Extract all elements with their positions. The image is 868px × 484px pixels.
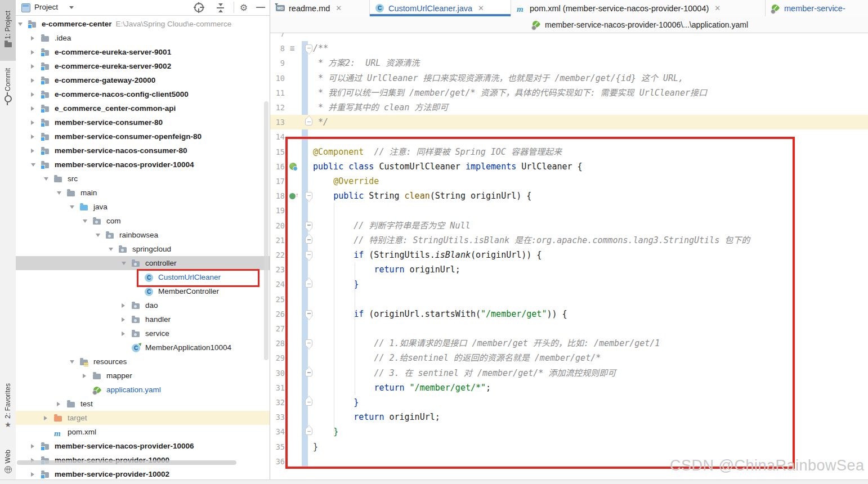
code-line-24: 24 }: [270, 277, 868, 292]
collapse-all-icon[interactable]: [216, 3, 226, 13]
tree-row-e-commerce-center[interactable]: e-commerce-center E:\Java\Spring Cloud\e…: [16, 17, 270, 31]
tool-window-button-web[interactable]: Web: [0, 443, 16, 482]
fold-marker-icon[interactable]: [305, 236, 312, 244]
hide-panel-icon[interactable]: —: [256, 3, 266, 13]
tree-vertical-scrollbar[interactable]: [264, 101, 269, 360]
settings-gear-icon[interactable]: ⚙: [239, 3, 249, 13]
tree-row-src[interactable]: src: [16, 172, 270, 186]
tab-label: CustomUrlCleaner.java: [388, 4, 472, 13]
tool-window-button-commit[interactable]: Commit: [0, 63, 16, 111]
chevron-down-icon[interactable]: [69, 6, 74, 9]
chevron-down-icon[interactable]: [70, 360, 74, 364]
tree-row-main[interactable]: main: [16, 186, 270, 200]
tree-row-springcloud[interactable]: springcloud: [16, 242, 270, 256]
tree-horizontal-scrollbar[interactable]: [17, 460, 236, 465]
chevron-right-icon[interactable]: [122, 331, 125, 336]
chevron-down-icon[interactable]: [83, 219, 87, 223]
chevron-right-icon[interactable]: [31, 472, 34, 477]
tree-row-member-service-consumer-80[interactable]: member-service-consumer-80: [16, 115, 270, 129]
tree-row-memberapplication10004[interactable]: CMemberApplication10004: [16, 340, 270, 355]
tab-application-yaml[interactable]: member-service-nacos-provider-10006\...\…: [532, 16, 748, 33]
chevron-right-icon[interactable]: [31, 78, 34, 83]
package-icon: [132, 330, 141, 338]
fold-marker-icon[interactable]: [305, 398, 312, 406]
tree-row-rainbowsea[interactable]: rainbowsea: [16, 228, 270, 242]
editor-tab-bar-row2: member-service-nacos-provider-10006\...\…: [270, 16, 868, 33]
tree-row-java[interactable]: java: [16, 200, 270, 214]
tree-row-e-commerce-center-common-api[interactable]: e_commerce_center-common-api: [16, 101, 270, 115]
tree-row-dao[interactable]: dao: [16, 298, 270, 312]
spring-bean-icon[interactable]: [289, 163, 298, 171]
tab-member-service[interactable]: member-service-: [766, 0, 868, 16]
chevron-down-icon[interactable]: [31, 163, 35, 167]
chevron-down-icon[interactable]: [18, 23, 23, 26]
chevron-right-icon[interactable]: [57, 402, 60, 406]
fold-marker-icon[interactable]: [305, 251, 312, 258]
fold-marker-icon[interactable]: [305, 44, 312, 52]
chevron-right-icon[interactable]: [83, 374, 86, 378]
tree-row-e-commerce-gateway-20000[interactable]: e-commerce-gateway-20000: [16, 73, 270, 87]
tree-row-application-yaml[interactable]: application.yaml: [16, 383, 270, 397]
fold-marker-icon[interactable]: [305, 118, 312, 126]
tree-row-customurlcleaner[interactable]: CCustomUrlCleaner: [16, 270, 270, 284]
chevron-right-icon[interactable]: [44, 416, 47, 420]
chevron-down-icon[interactable]: [44, 177, 48, 181]
chevron-right-icon[interactable]: [122, 317, 125, 322]
locate-icon[interactable]: [194, 3, 204, 12]
tab-readme-md[interactable]: MDreadme.md✕: [270, 0, 370, 16]
tree-row-member-service-consumer-openfeign-80[interactable]: member-service-consumer-openfeign-80: [16, 129, 270, 144]
tree-row-target[interactable]: target: [16, 411, 270, 425]
chevron-right-icon[interactable]: [31, 36, 34, 41]
tree-label: target: [68, 414, 87, 422]
close-icon[interactable]: ✕: [335, 4, 342, 12]
tree-row-com[interactable]: com: [16, 214, 270, 228]
chevron-down-icon[interactable]: [96, 234, 100, 237]
fold-marker-icon[interactable]: [305, 222, 312, 229]
tree-row-member-service-nacos-provider-10006[interactable]: member-service-nacos-provider-10006: [16, 439, 270, 453]
chevron-down-icon[interactable]: [109, 248, 113, 251]
tree-row-e-commerce-nacos-config-client5000[interactable]: e-commerce-nacos-config-client5000: [16, 87, 270, 101]
code-text: * 方案2: URL 资源清洗: [313, 56, 419, 70]
chevron-right-icon[interactable]: [122, 303, 125, 308]
tab-pom-xml-member-service-nacos-provider-10004[interactable]: mpom.xml (member-service-nacos-provider-…: [511, 0, 766, 16]
fold-marker-icon[interactable]: [305, 428, 312, 435]
chevron-right-icon[interactable]: [31, 92, 34, 97]
chevron-down-icon[interactable]: [57, 191, 61, 195]
tree-row-membercontroller[interactable]: CMemberController: [16, 284, 270, 298]
chevron-right-icon[interactable]: [31, 106, 34, 111]
fold-marker-icon[interactable]: [305, 369, 312, 377]
chevron-right-icon[interactable]: [31, 444, 34, 449]
close-icon[interactable]: ✕: [714, 4, 721, 12]
tree-row-member-service-nacos-consumer-80[interactable]: member-service-nacos-consumer-80: [16, 144, 270, 158]
tree-row-test[interactable]: test: [16, 397, 270, 411]
fold-marker-icon[interactable]: [305, 280, 312, 288]
tree-row-handler[interactable]: handler: [16, 312, 270, 326]
chevron-right-icon[interactable]: [31, 50, 34, 55]
implementing-method-icon[interactable]: [289, 192, 298, 200]
fold-marker-icon[interactable]: [305, 192, 312, 199]
comment-lines-icon[interactable]: ≣: [289, 44, 298, 53]
tree-row-e-commerce-eureka-server-9001[interactable]: e-commerce-eureka-server-9001: [16, 45, 270, 59]
chevron-right-icon[interactable]: [31, 149, 34, 153]
chevron-down-icon[interactable]: [70, 205, 74, 209]
fold-marker-icon[interactable]: [305, 310, 312, 317]
tool-window-button-1-project[interactable]: 1: Project: [0, 0, 16, 61]
code-editor[interactable]: 78≣/**9 * 方案2: URL 资源清洗10 * 可以通过 UrlClea…: [270, 33, 868, 479]
chevron-down-icon[interactable]: [122, 262, 126, 265]
tree-row-pom-xml[interactable]: mpom.xml: [16, 425, 270, 439]
chevron-right-icon[interactable]: [31, 120, 34, 125]
tree-row-idea[interactable]: .idea: [16, 31, 270, 45]
tab-customurlcleaner-java[interactable]: CCustomUrlCleaner.java✕: [370, 0, 511, 16]
tree-row-e-commerce-eureka-server-9002[interactable]: e-commerce-eureka-server-9002: [16, 59, 270, 73]
chevron-right-icon[interactable]: [31, 64, 34, 69]
tool-window-label: Web: [4, 450, 12, 463]
close-icon[interactable]: ✕: [478, 4, 484, 12]
chevron-right-icon[interactable]: [31, 135, 34, 139]
tree-row-service[interactable]: service: [16, 326, 270, 340]
fold-marker-icon[interactable]: [305, 339, 312, 347]
tool-window-button-2-favorites[interactable]: 2: Favorites★: [0, 378, 16, 436]
tree-row-resources[interactable]: resources: [16, 355, 270, 369]
tree-row-mapper[interactable]: mapper: [16, 369, 270, 383]
tree-row-member-service-nacos-provider-10004[interactable]: member-service-nacos-provider-10004: [16, 158, 270, 172]
tree-row-controller[interactable]: controller: [16, 256, 270, 270]
